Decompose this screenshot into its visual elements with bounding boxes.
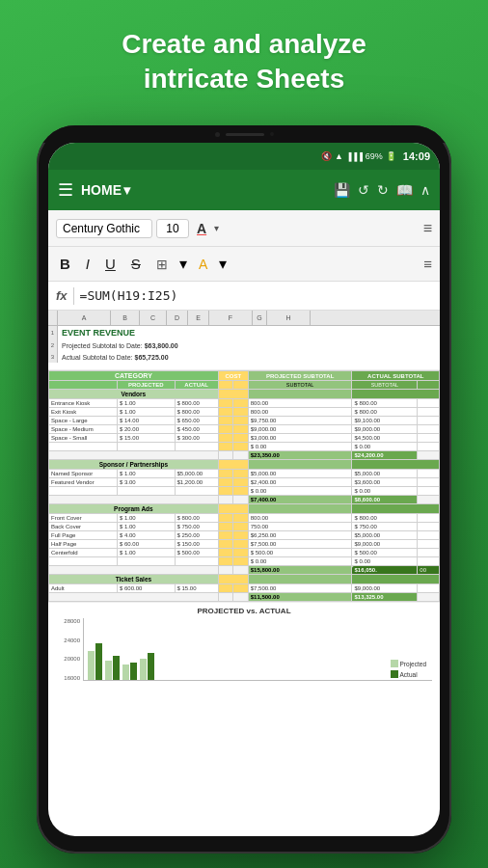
border-dropdown[interactable]: ▾ <box>179 255 187 273</box>
table-row: Full Page $ 4.00 $ 250.00 $6,250.00 $5,0… <box>49 531 440 540</box>
sub-act1: $9,100.00 <box>352 417 418 425</box>
proj-cell: $ 20.00 <box>117 425 175 434</box>
font-size-input[interactable]: 10 <box>156 219 189 238</box>
border-button[interactable]: ⊞ <box>152 255 172 274</box>
bar-group <box>105 656 120 680</box>
row-num2: 2 <box>48 339 58 351</box>
phone-screen: 🔇 ▲ ▐▐▐ 69% 🔋 14:09 ☰ HOME ▾ 💾 ↺ <box>48 143 440 836</box>
cost-cell1 <box>218 399 232 408</box>
save-icon[interactable]: 💾 <box>334 182 350 198</box>
col-e[interactable]: E <box>188 311 209 325</box>
proj-cell <box>117 557 175 566</box>
program-ads-act <box>352 504 440 514</box>
chart-title: PROJECTED vs. ACTUAL <box>56 607 432 615</box>
col-a[interactable]: A <box>58 311 111 325</box>
act-sub-spacer2 <box>418 381 440 390</box>
hamburger-icon[interactable]: ☰ <box>58 179 73 201</box>
col-d[interactable]: D <box>167 311 188 325</box>
cost-cell2 <box>233 540 248 549</box>
proj-cell: $ 14.00 <box>117 417 175 425</box>
projected-subtotal-label: Projected Subtotal to Date: $63,800.00 <box>58 342 440 349</box>
sub-proj: $6,250.00 <box>248 531 352 540</box>
table-row: Adult $ 600.00 $ 15.00 $7,500.00 $9,000.… <box>49 584 440 593</box>
act-cell <box>175 443 218 451</box>
row-num: 1 <box>48 326 58 339</box>
program-ads-proj <box>248 504 352 514</box>
cost-cell1 <box>218 549 232 557</box>
table-row: $ 0.00 $ 0.00 <box>49 443 440 451</box>
table-row: Front Cover $ 1.00 $ 800.00 800.00 $ 800… <box>49 514 440 523</box>
program-ads-subtotal-row: $15,800.00 $16,050. 00 <box>49 566 440 575</box>
formula-divider <box>73 287 74 305</box>
cat-cell: Featured Vendor <box>49 478 118 487</box>
row-num-col <box>48 311 58 325</box>
cost-cell2 <box>233 408 248 417</box>
font-underline-button[interactable]: A <box>193 219 210 238</box>
collapse-icon[interactable]: ∧ <box>420 182 430 198</box>
vendors-proj <box>248 390 352 399</box>
ticket-sales-proj <box>248 575 352 584</box>
category-header: CATEGORY <box>49 371 219 381</box>
bar-actual <box>95 643 102 680</box>
home-menu-button[interactable]: HOME ▾ <box>81 182 130 198</box>
cost-cell1 <box>218 593 232 602</box>
status-bar: 🔇 ▲ ▐▐▐ 69% 🔋 14:09 <box>48 143 440 170</box>
proj-cell: $ 600.00 <box>117 584 175 593</box>
col-g[interactable]: G <box>253 311 267 325</box>
col-f[interactable]: F <box>209 311 253 325</box>
cost-cell1 <box>218 584 232 593</box>
font-color-dropdown[interactable]: ▾ <box>214 223 219 233</box>
text-align-icon[interactable]: ≡ <box>423 220 432 237</box>
y-label: 28000 <box>56 618 80 624</box>
underline-button[interactable]: U <box>101 254 120 274</box>
book-icon[interactable]: 📖 <box>396 182 413 198</box>
mute-icon: 🔇 <box>321 151 332 161</box>
strikethrough-button[interactable]: S <box>127 254 145 274</box>
col-h[interactable]: H <box>267 311 311 325</box>
cost-cell1 <box>218 443 232 451</box>
redo-icon[interactable]: ↻ <box>377 182 389 198</box>
y-axis: 28000 24000 20000 16000 <box>56 618 83 681</box>
cost-cell2 <box>233 399 248 408</box>
subtotal-spacer <box>49 593 219 602</box>
cost-cell1 <box>218 523 232 531</box>
sub-act2 <box>418 408 440 417</box>
highlight-dropdown[interactable]: ▾ <box>219 255 227 273</box>
bar-actual <box>130 663 137 680</box>
sub-act2 <box>418 514 440 523</box>
status-icons: 🔇 ▲ ▐▐▐ 69% 🔋 14:09 <box>321 150 430 162</box>
sub-proj: $ 0.00 <box>248 487 352 496</box>
cat-cell: Space - Large <box>49 417 118 425</box>
cat-cell: Front Cover <box>49 514 118 523</box>
cost-cell2 <box>233 593 248 602</box>
proj-cell: $ 1.00 <box>117 523 175 531</box>
ticket-sales-subtotal-row: $11,500.00 $13,325.00 <box>49 593 440 602</box>
col-b[interactable]: B <box>111 311 140 325</box>
highlight-button[interactable]: A <box>195 255 211 274</box>
cost-cell1 <box>218 531 232 540</box>
cost-cell1 <box>218 451 232 460</box>
act-cell: $ 750.00 <box>175 523 218 531</box>
status-time: 14:09 <box>403 150 430 162</box>
font-name-selector[interactable]: Century Gothic <box>56 219 152 238</box>
signal-icon: ▐▐▐ <box>346 152 363 161</box>
cost-cell1 <box>218 566 232 575</box>
undo-icon[interactable]: ↺ <box>358 182 369 198</box>
legend-projected-label: Projected <box>400 661 426 667</box>
formula-input[interactable]: =SUM(H19:I25) <box>80 288 178 303</box>
format-list-icon[interactable]: ≡ <box>423 256 432 272</box>
cost-cell2 <box>233 557 248 566</box>
sub-act1: $ 750.00 <box>352 523 418 531</box>
cost-cell2 <box>233 523 248 531</box>
cost-cell1 <box>218 478 232 487</box>
sub-act2 <box>418 531 440 540</box>
bar-projected <box>105 661 112 680</box>
sub-act1: $ 0.00 <box>352 487 418 496</box>
col-c[interactable]: C <box>140 311 167 325</box>
italic-button[interactable]: I <box>82 254 94 274</box>
bold-button[interactable]: B <box>56 254 74 274</box>
act-value: $65,725.00 <box>135 354 169 361</box>
cost-cell1 <box>218 514 232 523</box>
vendors-header-row: Vendors <box>49 390 440 399</box>
sub-act1: $9,000.00 <box>352 425 418 434</box>
